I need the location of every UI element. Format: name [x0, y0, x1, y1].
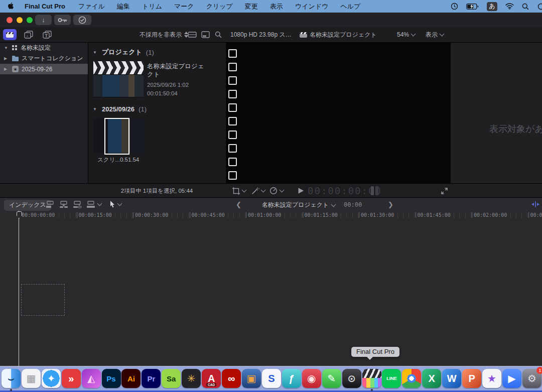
dock-icon-line[interactable]: LINE — [382, 369, 401, 388]
disclosure-triangle[interactable]: ▶ — [4, 56, 9, 61]
close-window-button[interactable] — [7, 17, 13, 23]
project-thumbnail[interactable] — [93, 61, 144, 97]
dock-icon-shapr3d[interactable]: S — [262, 369, 281, 388]
dock-icon-photoshop[interactable]: Ps — [102, 369, 121, 388]
dock-icon-excel[interactable]: X — [422, 369, 441, 388]
viewer-zoom-popup[interactable]: 54% — [397, 27, 415, 42]
menu-トリム[interactable]: トリム — [142, 2, 162, 11]
active-app-name[interactable]: Final Cut Pro — [25, 3, 65, 10]
connect-edit-button[interactable] — [45, 200, 55, 208]
dock-icon-davinci-resolve[interactable]: ✳ — [182, 369, 201, 388]
dock-icon-affinity-photo[interactable]: ◭ — [82, 369, 101, 388]
event-section-header[interactable]: ▼ 2025/09/26 (1) — [93, 105, 147, 113]
dock-icon-word[interactable]: W — [442, 369, 461, 388]
menu-ウインドウ[interactable]: ウインドウ — [295, 2, 329, 11]
menu-マーク[interactable]: マーク — [174, 2, 194, 11]
dock-icon-zoom[interactable]: ▶ — [502, 369, 521, 388]
dock-icon-system-settings[interactable]: ⚙1 — [522, 369, 541, 388]
keyword-editor-button[interactable] — [54, 15, 71, 25]
dock-icon-3d-printer-app[interactable]: ▣ — [242, 369, 261, 388]
wifi-icon[interactable] — [505, 3, 514, 10]
timeline-forward-button[interactable]: ❯ — [388, 201, 393, 208]
filmstrip-view-button[interactable] — [188, 27, 197, 42]
sidebar-item-スマートコレクション[interactable]: ▶スマートコレクション — [0, 53, 88, 64]
menu-クリップ[interactable]: クリップ — [206, 2, 233, 11]
trim-feedback-icon[interactable] — [530, 201, 541, 208]
film-sprocket-hole — [228, 63, 237, 71]
viewer-view-popup[interactable]: 表示 — [426, 27, 444, 42]
show-libraries-sidebar-button[interactable] — [3, 29, 17, 40]
disclosure-triangle[interactable]: ▶ — [4, 67, 9, 71]
timeline-canvas[interactable] — [0, 220, 542, 366]
disclosure-triangle[interactable]: ▼ — [4, 46, 9, 50]
dock-slot: Pr — [142, 367, 161, 389]
dock-icon-final-draft[interactable]: ƒ — [282, 369, 301, 388]
show-photos-audio-sidebar-button[interactable]: ♪ — [22, 29, 35, 40]
play-button[interactable] — [298, 184, 304, 198]
timeline-back-button[interactable]: ❮ — [236, 201, 241, 208]
background-tasks-button[interactable] — [73, 15, 91, 25]
overwrite-edit-button[interactable] — [86, 200, 101, 208]
clip-name: スクリ...0.51.54 — [97, 156, 139, 164]
retime-button[interactable] — [269, 184, 284, 198]
clip-thumbnail[interactable] — [93, 118, 145, 153]
list-view-button[interactable] — [201, 27, 210, 42]
import-media-button[interactable]: ↓ — [35, 15, 52, 25]
dock-icon-powerpoint[interactable]: P — [462, 369, 481, 388]
dock-icon-red-chevron-app[interactable]: » — [62, 369, 81, 388]
index-button[interactable]: インデックス — [4, 200, 51, 211]
menu-ファイル[interactable]: ファイル — [78, 2, 105, 11]
sidebar-item-名称未設定[interactable]: ▼名称未設定 — [0, 43, 88, 53]
viewer-format-info[interactable]: 1080p HD 23.98p ス… — [230, 27, 292, 42]
viewer-filmstrip[interactable] — [226, 43, 451, 196]
append-edit-button[interactable] — [72, 200, 82, 208]
timeline-ruler[interactable]: 00:00:00:0000:00:15:0000:00:30:0000:00:4… — [0, 211, 542, 220]
dock-icon-final-cut-pro[interactable] — [362, 369, 381, 388]
sidebar-item-2025-09-26[interactable]: ▶★2025-09-26 — [0, 64, 88, 74]
dock-icon-autocad[interactable]: ACAD — [202, 369, 221, 388]
audio-meters[interactable] — [369, 184, 378, 198]
dock-icon-external-drive[interactable]: ⊙ — [342, 369, 361, 388]
control-center-icon-partial[interactable] — [537, 3, 542, 10]
dock-slot: Ai — [121, 367, 141, 389]
dock-icon-acrobat[interactable]: ∞ — [222, 369, 241, 388]
crop-tool-button[interactable] — [232, 184, 246, 198]
dock-icon-camera-app[interactable]: ◉ — [302, 369, 321, 388]
dock-icon-finder[interactable]: ⌣ — [2, 369, 21, 388]
menu-表示[interactable]: 表示 — [270, 2, 283, 11]
dock-icon-imovie[interactable]: ★ — [482, 369, 501, 388]
insert-edit-button[interactable] — [59, 200, 69, 208]
dock-icon-chrome[interactable] — [402, 369, 421, 388]
dock-icon-launchpad[interactable]: ▦ — [22, 369, 41, 388]
menu-変更[interactable]: 変更 — [245, 2, 258, 11]
input-method-badge[interactable]: あ — [487, 2, 497, 11]
ruler-label: 00:01:15:00 — [303, 212, 340, 218]
project-name[interactable]: 名称未設定プロジェクト — [147, 63, 206, 78]
clock-icon[interactable] — [451, 3, 458, 10]
menu-編集[interactable]: 編集 — [117, 2, 130, 11]
timeline-history-popup[interactable]: 名称未設定プロジェクト — [261, 201, 336, 209]
dock-icon-premiere-pro[interactable]: Pr — [142, 369, 161, 388]
filter-hide-rejected-popup[interactable]: 不採用を非表示 — [140, 27, 188, 42]
project-clapper-band — [93, 61, 144, 74]
dock-icon-substance-sampler[interactable]: Sa — [162, 369, 181, 388]
zoom-window-button[interactable] — [27, 17, 33, 23]
browser-search-button[interactable] — [215, 27, 222, 42]
dock-slot: ✎ — [322, 367, 341, 389]
playhead[interactable] — [19, 211, 19, 366]
show-titles-generators-sidebar-button[interactable]: T — [40, 29, 54, 40]
dock-icon-glyph: ★ — [487, 372, 496, 384]
select-tool-popup[interactable] — [109, 200, 121, 208]
apple-menu-icon[interactable] — [8, 3, 15, 10]
dock-icon-safari[interactable]: ✦ — [42, 369, 61, 388]
battery-icon[interactable] — [466, 4, 479, 10]
enhancements-wand-button[interactable] — [251, 184, 265, 198]
clip-selection-range[interactable] — [104, 118, 129, 155]
spotlight-search-icon[interactable] — [522, 3, 529, 10]
fullscreen-button[interactable] — [441, 184, 448, 198]
minimize-window-button[interactable] — [17, 17, 23, 23]
projects-section-header[interactable]: ▼ プロジェクト (1) — [93, 48, 154, 57]
dock-icon-illustrator[interactable]: Ai — [121, 369, 141, 388]
menu-ヘルプ[interactable]: ヘルプ — [340, 2, 360, 11]
dock-icon-pen-app[interactable]: ✎ — [322, 369, 341, 388]
